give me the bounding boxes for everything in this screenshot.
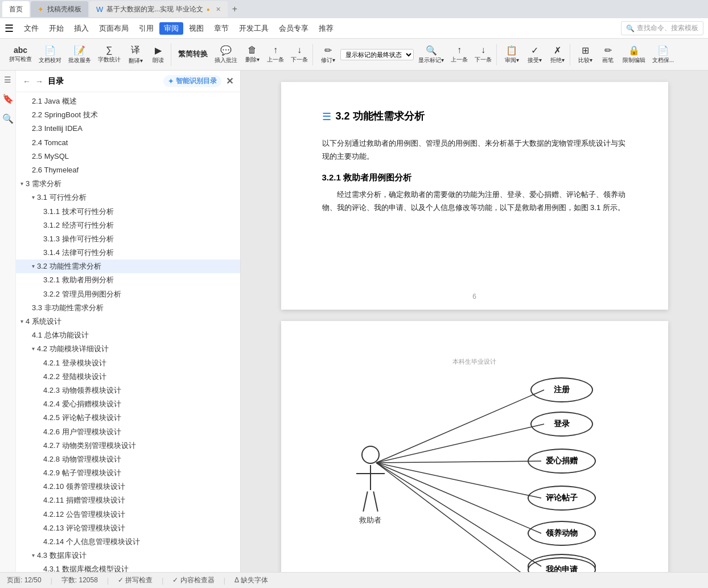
ai-toc-btn[interactable]: ✦ 智能识别目录 bbox=[163, 75, 221, 87]
toc-item[interactable]: 4.2.12 公告管理模块设计 bbox=[16, 508, 240, 521]
toc-item[interactable]: ▾3 需求分析 bbox=[16, 177, 240, 191]
new-tab-button[interactable]: + bbox=[229, 4, 241, 14]
toc-item[interactable]: 4.2.14 个人信息管理模块设计 bbox=[16, 535, 240, 549]
toc-item[interactable]: 4.2.5 评论帖子模块设计 bbox=[16, 411, 240, 425]
menu-start[interactable]: 开始 bbox=[44, 21, 68, 36]
next-comment-btn[interactable]: ↓ 下一条 bbox=[289, 44, 310, 65]
missing-font-status[interactable]: Δ 缺失字体 bbox=[234, 575, 268, 585]
toc-item[interactable]: 4.2.8 动物管理模块设计 bbox=[16, 453, 240, 466]
tab-doc[interactable]: W 基于大数据的宠...实现 毕业论文 ● ✕ bbox=[89, 1, 228, 17]
pen-btn[interactable]: ✏ 画笔 bbox=[598, 44, 618, 65]
toc-item[interactable]: 2.2 SpringBoot 技术 bbox=[16, 108, 240, 122]
track-service-btn[interactable]: 📝 批改服务 bbox=[66, 44, 93, 65]
spell-status[interactable]: ✓ 拼写检查 bbox=[118, 575, 153, 585]
toc-item[interactable]: 4.2.2 登陆模块设计 bbox=[16, 370, 240, 384]
sidebar-ctrl-prev[interactable]: ← bbox=[23, 77, 31, 86]
toc-arrow-icon: ▾ bbox=[20, 318, 23, 326]
ai-toc-label: 智能识别目录 bbox=[176, 76, 217, 86]
reject-btn[interactable]: ✗ 拒绝▾ bbox=[547, 44, 567, 65]
toc-item[interactable]: 4.2.11 捐赠管理模块设计 bbox=[16, 494, 240, 507]
restrict-edit-btn[interactable]: 🔒 限制编辑 bbox=[620, 44, 648, 65]
toc-item[interactable]: 4.2.4 爱心捐赠模块设计 bbox=[16, 397, 240, 411]
menu-insert[interactable]: 插入 bbox=[69, 21, 93, 36]
toc-item[interactable]: 3.1.1 技术可行性分析 bbox=[16, 205, 240, 219]
word-count-btn[interactable]: ∑ 字数统计 bbox=[96, 44, 123, 65]
menu-chapter[interactable]: 章节 bbox=[209, 21, 233, 36]
show-state-select[interactable]: 显示标记的最终状态 bbox=[340, 49, 414, 60]
read-btn[interactable]: ▶ 朗读 bbox=[148, 44, 168, 65]
toc-item-label: 4.2.4 爱心捐赠模块设计 bbox=[43, 399, 121, 409]
toc-item[interactable]: 4.2.1 登录模块设计 bbox=[16, 356, 240, 370]
doc-area[interactable]: ☰ 3.2 功能性需求分析 以下分别通过救助者的用例图、管理员的用例图、来分析基… bbox=[241, 71, 708, 572]
menu-vip[interactable]: 会员专享 bbox=[274, 21, 313, 36]
toc-item[interactable]: ▾4.3 数据库设计 bbox=[16, 549, 240, 562]
search-bar[interactable]: 🔍 查找命令、搜索模板 bbox=[621, 21, 703, 35]
toc-item[interactable]: 3.1.4 法律可行性分析 bbox=[16, 246, 240, 260]
menu-recommend[interactable]: 推荐 bbox=[314, 21, 338, 36]
sidebar-close-btn[interactable]: ✕ bbox=[226, 76, 233, 87]
accept-btn[interactable]: ✓ 接受▾ bbox=[524, 44, 545, 65]
toc-item[interactable]: 3.2.2 管理员用例图分析 bbox=[16, 287, 240, 301]
translate-icon: 译 bbox=[131, 44, 140, 56]
content-check-status[interactable]: ✓ 内容检查器 bbox=[172, 575, 214, 585]
toc-item[interactable]: 2.6 Thymeleaf bbox=[16, 163, 240, 177]
toc-item[interactable]: 4.2.10 领养管理模块设计 bbox=[16, 480, 240, 494]
menu-reference[interactable]: 引用 bbox=[134, 21, 158, 36]
status-bar: 页面: 12/50 | 字数: 12058 | ✓ 拼写检查 | ✓ 内容检查器… bbox=[0, 572, 708, 588]
toc-item[interactable]: 4.2.7 动物类别管理模块设计 bbox=[16, 439, 240, 453]
menu-file[interactable]: 文件 bbox=[19, 21, 43, 36]
toc-item[interactable]: 2.3 Intellij IDEA bbox=[16, 122, 240, 135]
toc-item[interactable]: 4.3.1 数据库概念模型设计 bbox=[16, 562, 240, 572]
toc-item[interactable]: 3.1.3 操作可行性分析 bbox=[16, 232, 240, 246]
doc-protect-btn[interactable]: 📄 文档保... bbox=[650, 44, 676, 65]
toc-item[interactable]: 4.2.13 评论管理模块设计 bbox=[16, 521, 240, 535]
toc-item[interactable]: 3.1.2 经济可行性分析 bbox=[16, 219, 240, 232]
sidebar-ctrl-next[interactable]: → bbox=[35, 77, 43, 86]
menu-layout[interactable]: 页面布局 bbox=[94, 21, 133, 36]
toc-item[interactable]: 4.2.9 帖子管理模块设计 bbox=[16, 466, 240, 480]
menu-review[interactable]: 审阅 bbox=[159, 22, 183, 35]
toc-item[interactable]: 3.2.1 救助者用例分析 bbox=[16, 273, 240, 287]
review-btn[interactable]: 📋 审阅▾ bbox=[501, 44, 522, 65]
toc-item[interactable]: 2.1 Java 概述 bbox=[16, 94, 240, 108]
toc-icon[interactable]: ☰ bbox=[4, 75, 11, 84]
toc-item[interactable]: 3.3 非功能性需求分析 bbox=[16, 301, 240, 315]
section-icon: ☰ bbox=[322, 110, 331, 123]
track-changes-label: 修订▾ bbox=[321, 56, 335, 64]
compare-icon: ⊞ bbox=[582, 45, 589, 56]
insert-comment-btn[interactable]: 💬 插入批注 bbox=[212, 44, 240, 65]
toc-item[interactable]: 2.5 MySQL bbox=[16, 150, 240, 163]
toc-item[interactable]: 4.2.3 动物领养模块设计 bbox=[16, 384, 240, 397]
toc-item[interactable]: ▾4 系统设计 bbox=[16, 315, 240, 328]
next-track-btn[interactable]: ↓ 下一条 bbox=[472, 44, 494, 65]
trad-simp-btn[interactable]: 繁简转换 bbox=[176, 48, 210, 61]
menu-dev[interactable]: 开发工具 bbox=[234, 21, 273, 36]
toc-item[interactable]: ▾3.1 可行性分析 bbox=[16, 191, 240, 204]
toc-item[interactable]: 4.1 总体功能设计 bbox=[16, 328, 240, 342]
prev-comment-btn[interactable]: ↑ 上一条 bbox=[265, 44, 286, 65]
translate-btn[interactable]: 译 翻译▾ bbox=[125, 43, 146, 66]
unsaved-dot: ● bbox=[207, 6, 210, 13]
tab-close-btn[interactable]: ✕ bbox=[216, 6, 221, 13]
toc-item[interactable]: ▾4.2 功能模块详细设计 bbox=[16, 342, 240, 356]
compare-btn[interactable]: ⊞ 比较▾ bbox=[575, 44, 595, 65]
tab-template[interactable]: ✦ 找稿壳模板 bbox=[31, 1, 88, 17]
track-changes-btn[interactable]: ✏ 修订▾ bbox=[318, 44, 338, 65]
doc-compare-btn[interactable]: 📄 文档校对 bbox=[36, 44, 64, 65]
svg-line-5 bbox=[376, 463, 541, 566]
toc-item[interactable]: ▾3.2 功能性需求分析 bbox=[16, 260, 240, 273]
find-icon[interactable]: 🔍 bbox=[2, 113, 14, 124]
show-markup-btn[interactable]: 🔍 显示标记▾ bbox=[416, 44, 446, 65]
toc-item-label: 4.3 数据库设计 bbox=[37, 550, 87, 561]
menu-view[interactable]: 视图 bbox=[184, 21, 208, 36]
page-status: 页面: 12/50 bbox=[7, 575, 42, 585]
prev-track-btn[interactable]: ↑ 上一条 bbox=[448, 44, 470, 65]
menu-icon[interactable]: ☰ bbox=[5, 22, 14, 35]
toc-item[interactable]: 4.2.6 用户管理模块设计 bbox=[16, 425, 240, 439]
spell-check-btn[interactable]: abc 拼写检查 bbox=[7, 44, 34, 64]
delete-btn[interactable]: 🗑 删除▾ bbox=[242, 44, 262, 65]
left-icon-panel: ☰ 🔖 🔍 bbox=[0, 71, 16, 572]
tab-home[interactable]: 首页 bbox=[2, 1, 30, 17]
toc-item[interactable]: 2.4 Tomcat bbox=[16, 136, 240, 150]
bookmark-icon[interactable]: 🔖 bbox=[2, 93, 14, 104]
